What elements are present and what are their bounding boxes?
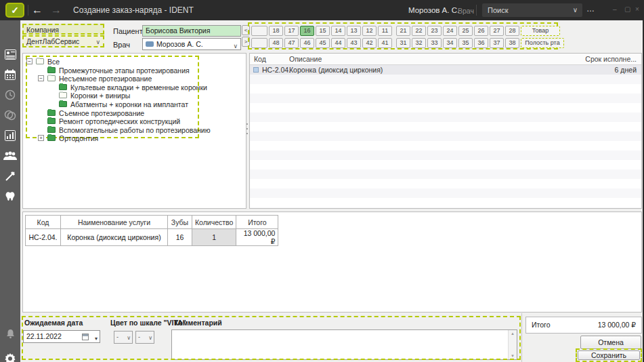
sidebar-item-staff[interactable] [0,148,20,164]
sidebar-item-calendar[interactable] [0,66,20,83]
tree-item-label: Культевые вкладки + временные коронки [70,83,207,92]
catalog-row[interactable]: НС-2.04.Коронка (диоксид циркония)6 дней [250,65,641,75]
doctor-value: Морозов А. С. [156,40,203,48]
svc-col-header: Наименование услуги [61,216,168,229]
comment-scrollbar[interactable]: ▲ ▼ [508,330,517,359]
tooth-button-25[interactable]: 25 [458,26,473,36]
patient-field[interactable]: Борисова Виктория Евгеньевна [142,25,241,37]
expand-icon[interactable]: + [38,135,44,141]
tooth-button-38[interactable]: 38 [505,38,519,48]
tooth-button-21[interactable]: 21 [396,26,410,36]
product-button[interactable]: Товар [521,26,560,36]
services-table-head: КодНаименование услугиЗубыКоличествоИтог… [26,216,278,229]
sidebar-item-patient-card[interactable] [0,46,20,62]
sidebar-item-tools[interactable] [0,168,20,184]
chevron-down-icon[interactable]: ∨ [573,3,578,17]
tooth-button-24[interactable]: 24 [443,26,457,36]
scroll-down-icon[interactable]: ▼ [511,354,515,358]
oral-cavity-button[interactable]: Полость рта [521,38,564,48]
tooth-button-17[interactable]: 17 [284,26,299,36]
title-bar: ✓ ← → Создание заказ-наряда - IDENT Моро… [0,0,644,20]
catalog-table-header: Код Описание Срок исполне... [250,54,641,65]
collapse-icon[interactable]: − [26,58,33,64]
tooth-button-15[interactable]: 15 [316,26,330,36]
tooth-button-13[interactable]: 13 [347,26,361,36]
tooth-button-18[interactable]: 18 [269,26,283,36]
forward-icon[interactable]: → [51,2,62,18]
company-select[interactable]: ДентЛабСервис ∨ [22,35,104,47]
sidebar-item-finance[interactable] [0,107,20,123]
tooth-button-22[interactable]: 22 [412,26,426,36]
tooth-button-32[interactable]: 32 [412,38,426,48]
table-row[interactable]: НС-2.04.Коронка (диоксид циркония)16113 … [26,229,278,246]
tooth-blank-button[interactable] [251,38,267,48]
more-options-icon[interactable]: … [586,4,595,14]
tooth-button-41[interactable]: 41 [378,38,392,48]
close-icon[interactable]: × [635,5,639,13]
folder-icon [47,67,56,73]
catalog-code: НС-2.04. [262,66,291,74]
notifications-bell-icon[interactable] [0,325,20,342]
svc-col-header: Количество [192,216,236,229]
tooth-button-35[interactable]: 35 [458,38,473,48]
collapse-icon[interactable]: − [38,75,44,81]
col-term: Срок исполне... [585,55,637,63]
comment-textarea[interactable]: ▲ ▼ [171,329,517,360]
tooth-button-45[interactable]: 45 [316,38,330,48]
date-dropdown-icon[interactable]: ▾ [95,333,98,344]
tooth-button-11[interactable]: 11 [378,26,392,36]
minimize-icon[interactable]: – [613,5,617,13]
folder-icon [59,84,67,90]
vita-select-2[interactable]: - ∨ [135,331,154,344]
tooth-button-23[interactable]: 23 [427,26,442,36]
tooth-button-37[interactable]: 37 [490,38,504,48]
back-icon[interactable]: ← [32,2,43,18]
window-title: Создание заказ-наряда - IDENT [73,5,194,15]
expected-date-input[interactable]: 22.11.2022 ▾ [23,330,100,343]
tooth-button-46[interactable]: 46 [300,38,314,48]
vita-select-1[interactable]: - ∨ [114,331,133,344]
tooth-button-47[interactable]: 47 [284,38,299,48]
cancel-button[interactable]: Отмена [580,336,641,349]
tooth-button-48[interactable]: 48 [269,38,283,48]
titlebar-separator [476,5,477,16]
tooth-blank-button[interactable] [251,26,267,36]
tooth-button-26[interactable]: 26 [474,26,488,36]
save-button[interactable]: Сохранить [578,350,640,360]
total-value: 13 000,00 ₽ [598,321,636,329]
tree-item-label: Несъемное протезирование [59,75,152,83]
order-items-panel: КодНаименование услугиЗубыКоличествоИтог… [22,212,642,313]
tooth-button-27[interactable]: 27 [490,26,504,36]
search-placeholder: Поиск [488,6,508,14]
panel-splitter[interactable] [245,123,249,134]
settings-gear-icon[interactable] [0,350,20,362]
tooth-button-12[interactable]: 12 [362,26,377,36]
tooth-button-42[interactable]: 42 [362,38,377,48]
maximize-icon[interactable]: ▢ [624,5,630,13]
tooth-button-28[interactable]: 28 [505,26,519,36]
doctor-select[interactable]: Морозов А. С. ∨ [142,38,241,50]
sidebar-item-reports[interactable] [0,127,20,144]
tree-item-label: Съемное протезирование [59,109,144,117]
tooth-button-16[interactable]: 16 [300,26,314,36]
tooth-button-44[interactable]: 44 [331,38,345,48]
comment-label: Комментарий [174,319,222,327]
teeth-row-upper: 18171615141312112122232425262728Товар [251,26,560,36]
tree-item-label: Абатменты + коронки на имплантат [70,100,188,108]
teeth-grid: 18171615141312112122232425262728Товар 48… [248,22,558,49]
tooth-button-14[interactable]: 14 [331,26,345,36]
tooth-button-36[interactable]: 36 [474,38,488,48]
company-label: Компания [22,24,104,35]
svc-col-header: Код [26,216,61,229]
catalog-term: 6 дней [615,66,637,74]
tooth-button-43[interactable]: 43 [347,38,361,48]
scroll-up-icon[interactable]: ▲ [511,331,515,336]
search-input[interactable]: Поиск ∨ [482,3,582,17]
tooth-button-33[interactable]: 33 [427,38,442,48]
tooth-button-31[interactable]: 31 [396,38,410,48]
sidebar-item-history[interactable] [0,87,20,103]
calendar-icon[interactable] [82,334,89,340]
svc-qty[interactable]: 1 [192,229,236,246]
sidebar-item-tooth[interactable] [0,188,20,205]
tooth-button-34[interactable]: 34 [443,38,457,48]
